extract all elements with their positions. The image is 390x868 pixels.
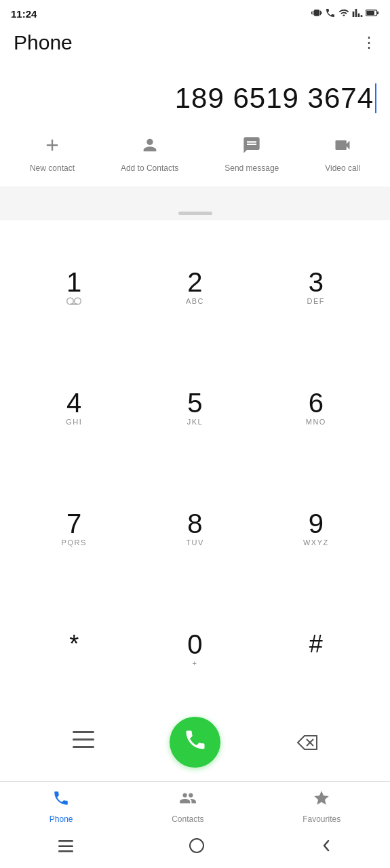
home-circle bbox=[189, 838, 204, 853]
system-nav bbox=[0, 830, 390, 868]
dial-key-4-letters: GHI bbox=[66, 418, 82, 427]
backspace-button[interactable] bbox=[290, 725, 325, 760]
phone-signal-icon bbox=[325, 7, 336, 20]
phone-display: 189 6519 3674 bbox=[0, 61, 390, 129]
svg-rect-5 bbox=[71, 303, 78, 304]
add-to-contacts-button[interactable]: Add to Contacts bbox=[121, 136, 178, 173]
nav-favourites[interactable]: Favourites bbox=[303, 789, 340, 824]
dialpad-menu-area bbox=[27, 731, 139, 753]
dial-key-3-letters: DEF bbox=[307, 297, 326, 307]
contacts-nav-label: Contacts bbox=[172, 814, 203, 824]
dial-key-hash-letters bbox=[315, 658, 318, 667]
dial-key-1-number: 1 bbox=[66, 269, 81, 296]
dial-key-9[interactable]: 9 WXYZ bbox=[256, 469, 376, 589]
dial-key-9-number: 9 bbox=[309, 510, 324, 537]
phone-number: 189 6519 3674 bbox=[175, 82, 374, 115]
signal-icon bbox=[352, 7, 363, 20]
dial-key-star-number: * bbox=[69, 632, 79, 656]
dial-key-9-letters: WXYZ bbox=[303, 538, 329, 548]
svg-point-4 bbox=[75, 298, 81, 304]
send-message-label: Send message bbox=[225, 163, 279, 173]
video-icon bbox=[333, 136, 352, 159]
status-icons bbox=[311, 7, 379, 20]
plus-icon bbox=[43, 136, 62, 159]
call-icon bbox=[183, 728, 208, 757]
person-add-icon bbox=[140, 136, 159, 159]
battery-icon bbox=[366, 9, 379, 19]
dial-key-star[interactable]: * bbox=[14, 589, 134, 710]
dial-key-1-sub bbox=[66, 297, 81, 307]
dial-key-1[interactable]: 1 bbox=[14, 227, 134, 348]
svg-rect-8 bbox=[73, 746, 94, 748]
contacts-nav-icon bbox=[179, 789, 197, 812]
status-time: 11:24 bbox=[11, 8, 37, 20]
video-call-button[interactable]: Video call bbox=[325, 136, 360, 173]
dial-key-6-letters: MNO bbox=[306, 418, 326, 427]
dial-key-7-number: 7 bbox=[66, 510, 81, 537]
add-to-contacts-label: Add to Contacts bbox=[121, 163, 178, 173]
action-row: New contact Add to Contacts Send message… bbox=[0, 129, 390, 186]
dial-key-7-letters: PQRS bbox=[62, 538, 87, 548]
svg-rect-6 bbox=[73, 731, 94, 733]
vibrate-icon bbox=[311, 7, 322, 20]
send-message-button[interactable]: Send message bbox=[225, 136, 279, 173]
nav-phone[interactable]: Phone bbox=[50, 789, 73, 824]
message-icon bbox=[242, 136, 261, 159]
page-title: Phone bbox=[14, 31, 73, 54]
new-contact-button[interactable]: New contact bbox=[30, 136, 75, 173]
dial-key-8[interactable]: 8 TUV bbox=[134, 469, 255, 589]
call-button[interactable] bbox=[170, 717, 220, 768]
svg-rect-12 bbox=[58, 846, 73, 848]
wifi-icon bbox=[338, 7, 349, 20]
divider-area bbox=[0, 186, 390, 220]
phone-nav-label: Phone bbox=[50, 814, 73, 824]
system-nav-back[interactable] bbox=[320, 838, 332, 857]
svg-rect-1 bbox=[366, 11, 374, 15]
dial-key-hash-number: # bbox=[309, 632, 323, 656]
dial-key-6-number: 6 bbox=[309, 389, 324, 416]
system-nav-home[interactable] bbox=[189, 838, 204, 857]
svg-rect-2 bbox=[377, 11, 379, 14]
nav-contacts[interactable]: Contacts bbox=[172, 789, 203, 824]
new-contact-label: New contact bbox=[30, 163, 75, 173]
dial-key-hash[interactable]: # bbox=[256, 589, 376, 710]
dial-key-5-number: 5 bbox=[187, 389, 202, 416]
svg-point-3 bbox=[67, 298, 74, 304]
header: Phone ⋮ bbox=[0, 24, 390, 61]
dial-key-4[interactable]: 4 GHI bbox=[14, 348, 134, 469]
bottom-nav: Phone Contacts Favourites bbox=[0, 781, 390, 830]
dialpad-menu-button[interactable] bbox=[73, 731, 94, 753]
svg-rect-7 bbox=[73, 738, 94, 741]
phone-nav-icon bbox=[52, 789, 70, 812]
dial-key-2-number: 2 bbox=[187, 269, 202, 296]
backspace-area bbox=[251, 725, 363, 760]
dialpad: 1 2 ABC 3 DEF 4 GHI bbox=[0, 220, 390, 781]
dial-key-5[interactable]: 5 JKL bbox=[134, 348, 255, 469]
dial-key-0-number: 0 bbox=[187, 631, 202, 658]
dial-key-0[interactable]: 0 + bbox=[134, 589, 255, 710]
status-bar: 11:24 bbox=[0, 0, 390, 24]
dial-key-6[interactable]: 6 MNO bbox=[256, 348, 376, 469]
call-button-area bbox=[139, 717, 251, 768]
dial-key-3[interactable]: 3 DEF bbox=[256, 227, 376, 348]
dial-key-5-letters: JKL bbox=[187, 418, 203, 427]
svg-rect-13 bbox=[58, 850, 73, 852]
favourites-nav-label: Favourites bbox=[303, 814, 340, 824]
dial-key-3-number: 3 bbox=[309, 269, 324, 296]
video-call-label: Video call bbox=[325, 163, 360, 173]
system-nav-menu[interactable] bbox=[58, 839, 73, 856]
dial-key-7[interactable]: 7 PQRS bbox=[14, 469, 134, 589]
drag-handle bbox=[178, 212, 212, 215]
overflow-menu-icon[interactable]: ⋮ bbox=[362, 34, 376, 52]
dial-key-8-letters: TUV bbox=[186, 538, 204, 548]
dial-key-4-number: 4 bbox=[66, 389, 81, 416]
dial-key-2[interactable]: 2 ABC bbox=[134, 227, 255, 348]
svg-rect-11 bbox=[58, 840, 73, 842]
dialpad-actions bbox=[14, 710, 376, 774]
text-cursor bbox=[375, 83, 376, 113]
dialpad-grid: 1 2 ABC 3 DEF 4 GHI bbox=[14, 227, 376, 710]
dial-key-star-letters bbox=[73, 658, 76, 667]
favourites-nav-icon bbox=[313, 789, 330, 812]
dial-key-0-letters: + bbox=[193, 659, 198, 669]
dial-key-2-letters: ABC bbox=[186, 297, 204, 307]
